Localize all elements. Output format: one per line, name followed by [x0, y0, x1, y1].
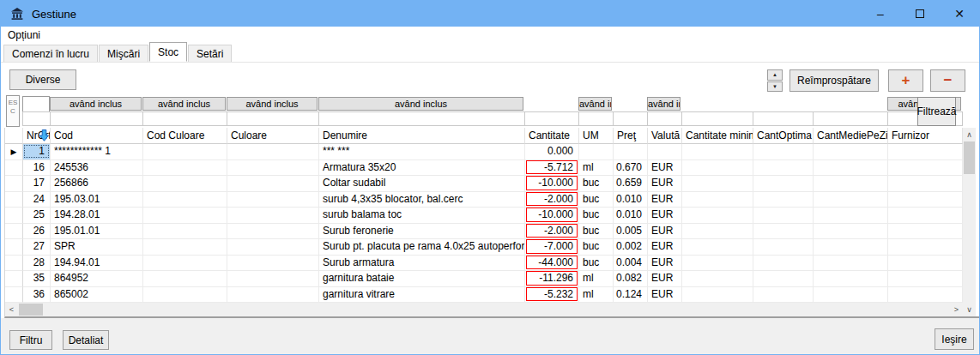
cell-cant_min[interactable]	[682, 271, 753, 287]
current-row-marker[interactable]: ▶	[5, 144, 23, 160]
cell-cant_min[interactable]	[682, 176, 753, 192]
cell-valuta[interactable]: EUR	[648, 192, 682, 208]
spinner-down-button[interactable]: ▼	[767, 81, 783, 93]
cell-um[interactable]: buc	[579, 224, 614, 240]
cell-cantitate[interactable]: -44.000	[525, 256, 579, 272]
column-header-pret[interactable]: Preţ	[614, 128, 648, 144]
cell-pret[interactable]: 0.002	[614, 239, 648, 256]
cell-um[interactable]: ml	[579, 287, 614, 304]
cell-cantitate[interactable]: -2.000	[525, 224, 579, 240]
cell-cod_culoare[interactable]	[143, 144, 227, 160]
cell-culoare[interactable]	[227, 287, 319, 304]
cell-denumire[interactable]: Surub pt. placuta pe rama 4.0x25 autoper…	[319, 239, 525, 256]
cell-cant_medie[interactable]	[814, 287, 888, 304]
row-selector[interactable]	[5, 271, 23, 287]
cell-valuta[interactable]: EUR	[648, 256, 682, 272]
cell-furnizor[interactable]	[888, 192, 963, 208]
filter-having-button-um[interactable]: având inclus	[578, 97, 612, 111]
cell-culoare[interactable]	[227, 176, 319, 192]
row-selector[interactable]	[5, 192, 23, 208]
cell-denumire[interactable]: garnitura vitrare	[319, 287, 525, 304]
row-selector[interactable]	[5, 239, 23, 256]
scroll-right-icon[interactable]: >	[950, 304, 963, 316]
filter-input-denumire[interactable]	[318, 111, 525, 126]
cell-culoare[interactable]	[227, 160, 319, 177]
tab-setari[interactable]: Setări	[188, 45, 232, 62]
cell-denumire[interactable]: Armatura 35x20	[319, 160, 525, 177]
cell-cant_min[interactable]	[682, 287, 753, 304]
cell-cantitate[interactable]: -11.296	[525, 271, 579, 287]
cell-pret[interactable]: 0.124	[614, 287, 648, 304]
horizontal-scroll-thumb[interactable]	[19, 304, 43, 316]
cell-cant_min[interactable]	[682, 256, 753, 272]
refresh-button[interactable]: Reîmprospătare	[789, 69, 879, 92]
cell-valuta[interactable]: EUR	[648, 287, 682, 304]
column-header-cant_opt[interactable]: CantOptima	[753, 128, 814, 144]
cell-valuta[interactable]: EUR	[648, 239, 682, 256]
cell-culoare[interactable]	[227, 271, 319, 287]
row-selector[interactable]	[5, 224, 23, 240]
cell-pret[interactable]: 0.010	[614, 208, 648, 224]
cell-nrcrt[interactable]: 24	[23, 192, 51, 208]
cell-cant_medie[interactable]	[814, 160, 888, 177]
row-selector[interactable]	[5, 287, 23, 304]
vertical-scrollbar[interactable]: ∧	[963, 128, 976, 303]
remove-button[interactable]: −	[930, 69, 965, 92]
cell-cod[interactable]: 864952	[51, 271, 143, 287]
cell-pret[interactable]	[614, 144, 648, 160]
cell-cant_min[interactable]	[682, 144, 753, 160]
horizontal-scrollbar[interactable]: < >	[5, 303, 963, 316]
column-header-cod[interactable]: Cod	[51, 128, 143, 144]
filter-input-cod[interactable]	[50, 111, 143, 126]
filter-input-cod_culoare[interactable]	[142, 111, 227, 126]
filter-input-cant_min[interactable]	[681, 111, 753, 126]
cell-cantitate[interactable]: -10.000	[525, 208, 579, 224]
maximize-button[interactable]	[900, 1, 940, 27]
cell-nrcrt[interactable]: 28	[23, 256, 51, 272]
filter-input-cantitate[interactable]	[524, 111, 579, 126]
cell-um[interactable]: buc	[579, 239, 614, 256]
cell-cant_opt[interactable]	[753, 192, 814, 208]
cell-valuta[interactable]: EUR	[648, 176, 682, 192]
cell-cod_culoare[interactable]	[143, 176, 227, 192]
cell-valuta[interactable]: EUR	[648, 160, 682, 177]
cell-cant_min[interactable]	[682, 239, 753, 256]
cell-cod_culoare[interactable]	[143, 224, 227, 240]
cell-um[interactable]: buc	[579, 256, 614, 272]
menu-optiuni[interactable]: Opțiuni	[1, 29, 47, 41]
cell-cod[interactable]: SPR	[51, 239, 143, 256]
cell-furnizor[interactable]	[888, 287, 963, 304]
cell-cant_opt[interactable]	[753, 176, 814, 192]
cell-cant_opt[interactable]	[753, 224, 814, 240]
cell-furnizor[interactable]	[888, 271, 963, 287]
cell-furnizor[interactable]	[888, 224, 963, 240]
cell-cant_medie[interactable]	[814, 239, 888, 256]
column-header-cantitate[interactable]: Cantitate	[525, 128, 579, 144]
cell-um[interactable]: buc	[579, 208, 614, 224]
column-header-valuta[interactable]: Valută	[648, 128, 682, 144]
cell-cod[interactable]: ************ 1	[51, 144, 143, 160]
cell-cod_culoare[interactable]	[143, 239, 227, 256]
cell-cant_opt[interactable]	[753, 160, 814, 177]
cell-valuta[interactable]: EUR	[648, 208, 682, 224]
column-header-um[interactable]: UM	[579, 128, 614, 144]
filter-having-button-cod[interactable]: având inclus	[50, 97, 142, 111]
cell-nrcrt[interactable]: 26	[23, 224, 51, 240]
filter-having-button-cod_culoare[interactable]: având inclus	[142, 97, 226, 111]
cell-nrcrt[interactable]: 1	[23, 144, 51, 160]
iesire-button[interactable]: Ieşire	[935, 328, 974, 350]
row-selector[interactable]	[5, 176, 23, 192]
cell-cantitate[interactable]: -2.000	[525, 192, 579, 208]
cell-cantitate[interactable]: 0.000	[525, 144, 579, 160]
cell-denumire[interactable]: Coltar sudabil	[319, 176, 525, 192]
cell-furnizor[interactable]	[888, 144, 963, 160]
cell-denumire[interactable]: Surub feronerie	[319, 224, 525, 240]
cell-cod[interactable]: 256866	[51, 176, 143, 192]
cell-cod[interactable]: 195.03.01	[51, 192, 143, 208]
cell-nrcrt[interactable]: 16	[23, 160, 51, 177]
filter-having-button-culoare[interactable]: având inclus	[227, 97, 318, 111]
detaliat-button[interactable]: Detaliat	[63, 330, 109, 350]
column-header-cant_medie[interactable]: CantMediePeZi	[814, 128, 888, 144]
column-header-nrcrt[interactable]: NrCrt	[23, 128, 51, 144]
filter-input-nrcrt[interactable]	[22, 111, 51, 126]
